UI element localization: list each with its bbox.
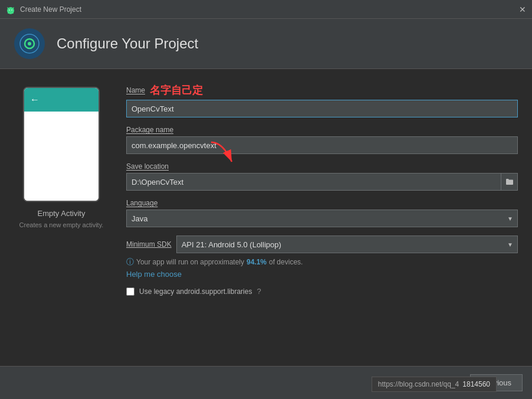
folder-icon [505,178,514,185]
min-sdk-select[interactable]: API 16: Android 4.1 (Jelly Bean) API 17:… [176,236,518,253]
close-button[interactable]: ✕ [519,5,526,14]
activity-description: Creates a new empty activity. [19,221,104,228]
activity-type-label: Empty Activity [38,209,86,218]
svg-point-8 [28,42,31,45]
url-watermark: https://blog.csdn.net/qq_41814560 [372,377,497,392]
language-select[interactable]: Java Kotlin [126,210,518,227]
bottom-bar: Previous https://blog.csdn.net/qq_418145… [0,366,532,399]
min-sdk-row: Minimum SDK API 16: Android 4.1 (Jelly B… [126,236,518,279]
logo-svg [19,33,40,54]
language-row: Language Java Kotlin ▼ [126,199,518,227]
phone-header-bar: ← [24,88,98,112]
sdk-info-suffix: of devices. [269,258,303,266]
title-bar-left: Create New Project [6,5,81,14]
phone-back-icon: ← [30,94,40,105]
android-studio-logo [14,28,45,59]
window-title: Create New Project [20,5,81,14]
name-label: Name [126,86,145,94]
phone-screen [24,112,98,201]
package-label: Package name [126,126,518,134]
save-location-input[interactable] [126,173,501,191]
info-icon: ⓘ [126,257,134,267]
dialog-header: Configure Your Project [0,19,532,69]
legacy-help-icon[interactable]: ? [257,287,261,296]
sdk-inline-row: Minimum SDK API 16: Android 4.1 (Jelly B… [126,236,518,253]
sdk-info-text: ⓘ Your app will run on approximately 94.… [126,257,518,267]
min-sdk-label: Minimum SDK [126,240,172,248]
form-panel: Name 名字自己定 Package name Save location [126,81,518,354]
url-text: https://blog.csdn.net/qq_4 [378,380,459,388]
title-bar: Create New Project ✕ [0,0,532,19]
package-name-row: Package name [126,126,518,154]
name-field-row: Name 名字自己定 [126,83,518,117]
android-icon [6,5,15,14]
save-location-input-group [126,173,518,191]
legacy-label: Use legacy android.support.libraries [139,287,252,296]
preview-panel: ← Empty Activity Creates a new empty act… [14,81,109,354]
language-label: Language [126,199,518,207]
svg-rect-1 [8,10,14,14]
browse-folder-button[interactable] [501,173,518,191]
page-title: Configure Your Project [57,35,198,52]
svg-point-4 [9,9,10,11]
package-input[interactable] [126,136,518,154]
min-sdk-select-wrapper: API 16: Android 4.1 (Jelly Bean) API 17:… [176,236,518,253]
sdk-info-prefix: Your app will run on approximately [136,258,244,266]
name-annotation: 名字自己定 [150,83,203,97]
name-label-row: Name 名字自己定 [126,83,518,97]
save-location-label: Save location [126,162,518,171]
sdk-help-row: Help me choose [126,270,518,279]
language-select-wrapper: Java Kotlin ▼ [126,210,518,227]
legacy-checkbox[interactable] [126,287,134,296]
save-location-row: Save location [126,162,518,191]
main-content: ← Empty Activity Creates a new empty act… [0,69,532,366]
help-me-choose-link[interactable]: Help me choose [126,270,182,279]
svg-point-5 [11,9,12,11]
phone-mockup: ← [23,87,100,202]
legacy-checkbox-row: Use legacy android.support.libraries ? [126,287,518,296]
name-input[interactable] [126,100,518,117]
url-num: 1814560 [462,380,490,388]
sdk-percentage: 94.1% [247,258,267,266]
